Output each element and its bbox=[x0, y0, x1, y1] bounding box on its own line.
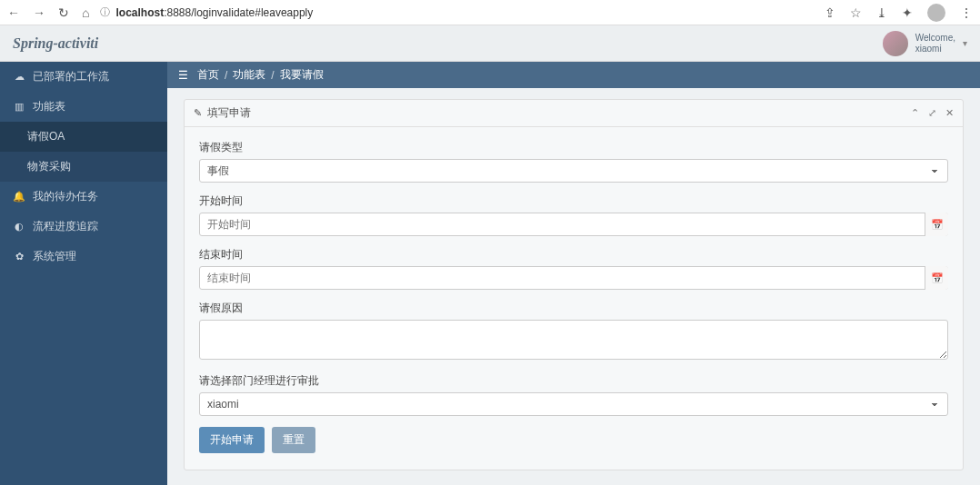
form-panel: ✎ 填写申请 ⌃ ⤢ ✕ 请假类型 事假 bbox=[184, 99, 964, 470]
username-label: xiaomi bbox=[915, 44, 955, 54]
sidebar-item-leave-oa[interactable]: 请假OA bbox=[0, 122, 167, 152]
extensions-icon[interactable]: ✦ bbox=[902, 5, 913, 20]
dashboard-icon: ◐ bbox=[13, 221, 25, 233]
user-avatar-icon bbox=[883, 31, 908, 56]
star-icon[interactable]: ☆ bbox=[850, 5, 862, 20]
share-icon[interactable]: ⇪ bbox=[825, 5, 835, 20]
sidebar-item-label: 系统管理 bbox=[33, 249, 76, 264]
sidebar-item-label: 物资采购 bbox=[27, 159, 71, 174]
breadcrumb-section[interactable]: 功能表 bbox=[233, 67, 265, 83]
sidebar-item-label: 我的待办任务 bbox=[33, 189, 98, 204]
browser-address-bar: ← → ↻ ⌂ ⓘ localhost:8888/loginvalidate#l… bbox=[0, 0, 980, 25]
sidebar-item-label: 流程进度追踪 bbox=[33, 219, 98, 234]
info-icon: ⓘ bbox=[100, 5, 110, 19]
sidebar-item-functions[interactable]: ▥ 功能表 bbox=[0, 92, 167, 122]
end-time-label: 结束时间 bbox=[199, 247, 948, 262]
forward-icon[interactable]: → bbox=[33, 5, 45, 20]
sidebar: ☁ 已部署的工作流 ▥ 功能表 请假OA 物资采购 🔔 我的待办任务 ◐ 流程进… bbox=[0, 62, 167, 485]
app-header: Spring-activiti Welcome, xiaomi ▾ bbox=[0, 25, 980, 62]
calendar-icon[interactable]: 📅 bbox=[925, 266, 948, 290]
collapse-icon[interactable]: ⌃ bbox=[911, 107, 919, 119]
sidebar-item-material-purchase[interactable]: 物资采购 bbox=[0, 152, 167, 182]
sidebar-item-deployed-workflows[interactable]: ☁ 已部署的工作流 bbox=[0, 62, 167, 92]
breadcrumb-separator: / bbox=[271, 69, 274, 82]
panel-title: 填写申请 bbox=[207, 105, 251, 121]
close-icon[interactable]: ✕ bbox=[945, 107, 954, 119]
expand-icon[interactable]: ⤢ bbox=[928, 107, 936, 119]
home-icon[interactable]: ⌂ bbox=[82, 5, 89, 20]
sidebar-item-process-tracking[interactable]: ◐ 流程进度追踪 bbox=[0, 212, 167, 242]
url-path: :8888/loginvalidate#leaveapply bbox=[164, 6, 313, 19]
bars-icon[interactable]: ☰ bbox=[178, 69, 188, 82]
main-content: ☰ 首页 / 功能表 / 我要请假 ✎ 填写申请 ⌃ ⤢ ✕ bbox=[167, 62, 980, 485]
chart-icon: ▥ bbox=[13, 101, 25, 113]
cloud-icon: ☁ bbox=[13, 71, 25, 83]
brand-logo: Spring-activiti bbox=[13, 35, 98, 52]
breadcrumb-page: 我要请假 bbox=[280, 67, 324, 83]
bell-icon: 🔔 bbox=[13, 191, 25, 203]
reset-button[interactable]: 重置 bbox=[272, 427, 315, 453]
sidebar-item-my-tasks[interactable]: 🔔 我的待办任务 bbox=[0, 182, 167, 212]
download-icon[interactable]: ⤓ bbox=[876, 5, 887, 20]
calendar-icon[interactable]: 📅 bbox=[925, 213, 948, 236]
sidebar-item-label: 功能表 bbox=[33, 99, 65, 114]
gear-icon: ✿ bbox=[13, 251, 25, 262]
url-input[interactable]: ⓘ localhost:8888/loginvalidate#leaveappl… bbox=[100, 5, 814, 19]
profile-avatar-icon[interactable] bbox=[927, 4, 945, 22]
user-menu[interactable]: Welcome, xiaomi ▾ bbox=[883, 31, 967, 56]
reason-textarea[interactable] bbox=[199, 320, 948, 360]
submit-button[interactable]: 开始申请 bbox=[199, 427, 265, 453]
breadcrumb: ☰ 首页 / 功能表 / 我要请假 bbox=[167, 62, 980, 88]
sidebar-item-label: 已部署的工作流 bbox=[33, 69, 109, 84]
welcome-label: Welcome, bbox=[915, 33, 955, 44]
chevron-down-icon: ▾ bbox=[963, 38, 967, 48]
breadcrumb-separator: / bbox=[225, 69, 227, 82]
sidebar-item-label: 请假OA bbox=[27, 129, 65, 144]
approver-select[interactable]: xiaomi bbox=[199, 392, 948, 416]
breadcrumb-home[interactable]: 首页 bbox=[197, 67, 219, 83]
back-icon[interactable]: ← bbox=[7, 5, 20, 20]
reason-label: 请假原因 bbox=[199, 301, 948, 316]
pencil-icon: ✎ bbox=[194, 107, 202, 119]
start-time-input[interactable] bbox=[199, 213, 948, 236]
start-time-label: 开始时间 bbox=[199, 193, 948, 209]
reload-icon[interactable]: ↻ bbox=[58, 5, 69, 20]
end-time-input[interactable] bbox=[199, 266, 948, 290]
url-host: localhost bbox=[115, 6, 164, 19]
leave-type-label: 请假类型 bbox=[199, 140, 948, 155]
leave-type-select[interactable]: 事假 bbox=[199, 159, 948, 183]
sidebar-item-system-management[interactable]: ✿ 系统管理 bbox=[0, 242, 167, 272]
menu-icon[interactable]: ⋮ bbox=[960, 5, 973, 20]
approver-label: 请选择部门经理进行审批 bbox=[199, 373, 948, 389]
